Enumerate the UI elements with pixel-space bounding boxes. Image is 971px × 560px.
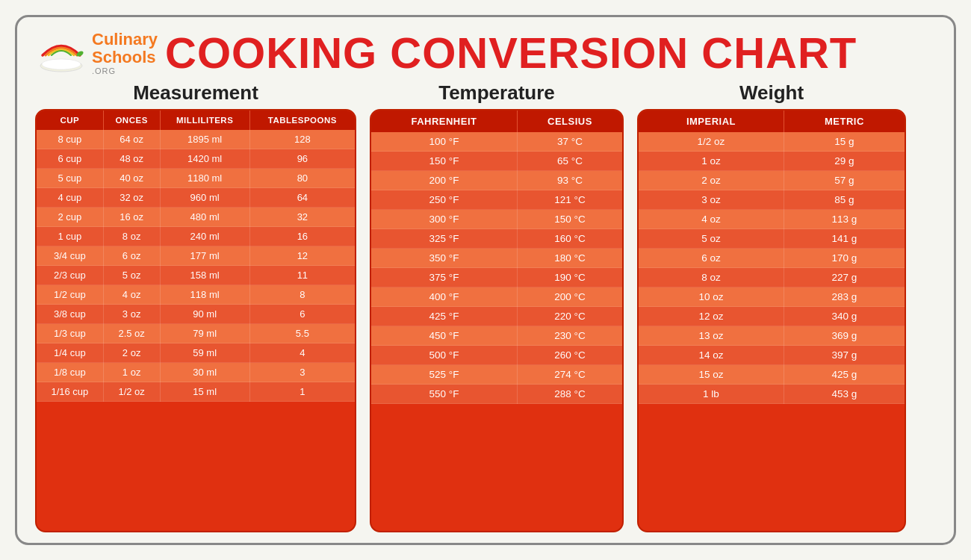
weight-row: 1 oz29 g — [639, 152, 905, 171]
weight-row: 6 oz170 g — [639, 249, 905, 268]
weight-row: 13 oz369 g — [639, 326, 905, 346]
table-cell: 283 g — [784, 287, 905, 307]
measurement-col-onces: ONCES — [103, 111, 160, 130]
table-cell: 340 g — [784, 307, 905, 326]
table-cell: 1180 ml — [160, 169, 249, 188]
table-cell: 369 g — [784, 326, 905, 346]
logo-schools: Schools — [92, 49, 158, 66]
temperature-header-row: FAHRENHEIT CELSIUS — [371, 111, 622, 132]
table-cell: 15 ml — [160, 382, 249, 402]
measurement-row: 5 cup40 oz1180 ml80 — [37, 169, 355, 188]
table-cell: 288 °C — [517, 385, 622, 404]
temperature-row: 525 °F274 °C — [371, 365, 622, 385]
table-cell: 450 °F — [371, 326, 517, 346]
table-cell: 2 oz — [103, 343, 160, 363]
temperature-tbody: 100 °F37 °C150 °F65 °C200 °F93 °C250 °F1… — [371, 132, 622, 404]
table-cell: 500 °F — [371, 346, 517, 365]
table-cell: 118 ml — [160, 285, 249, 305]
table-cell: 37 °C — [517, 132, 622, 152]
weight-table-container: IMPERIAL METRIC 1/2 oz15 g1 oz29 g2 oz57… — [637, 109, 906, 532]
table-cell: 8 oz — [103, 227, 160, 246]
table-cell: 6 oz — [639, 249, 784, 268]
table-cell: 1895 ml — [160, 130, 249, 149]
table-cell: 190 °C — [517, 268, 622, 287]
weight-row: 1/2 oz15 g — [639, 132, 905, 152]
table-cell: 2.5 oz — [103, 324, 160, 343]
table-cell: 5 oz — [639, 229, 784, 249]
table-cell: 14 oz — [639, 346, 784, 365]
table-cell: 1/2 oz — [103, 382, 160, 402]
logo-org: .ORG — [92, 66, 158, 75]
table-cell: 3 — [249, 363, 355, 382]
table-cell: 79 ml — [160, 324, 249, 343]
weight-title: Weight — [637, 81, 906, 105]
table-cell: 6 cup — [37, 149, 103, 169]
logo-text: Culinary Schools .ORG — [92, 31, 158, 75]
table-cell: 40 oz — [103, 169, 160, 188]
table-cell: 15 g — [784, 132, 905, 152]
weight-col-metric: METRIC — [784, 111, 905, 132]
temperature-row: 425 °F220 °C — [371, 307, 622, 326]
table-cell: 1 oz — [103, 363, 160, 382]
table-cell: 59 ml — [160, 343, 249, 363]
table-cell: 128 — [249, 130, 355, 149]
table-cell: 48 oz — [103, 149, 160, 169]
table-cell: 550 °F — [371, 385, 517, 404]
temperature-title: Temperature — [370, 81, 624, 105]
table-cell: 200 °C — [517, 287, 622, 307]
weight-col-imperial: IMPERIAL — [639, 111, 784, 132]
table-cell: 250 °F — [371, 190, 517, 210]
table-cell: 960 ml — [160, 188, 249, 208]
temperature-row: 450 °F230 °C — [371, 326, 622, 346]
measurement-row: 1/16 cup1/2 oz15 ml1 — [37, 382, 355, 402]
table-cell: 10 oz — [639, 287, 784, 307]
table-cell: 65 °C — [517, 152, 622, 171]
table-cell: 13 oz — [639, 326, 784, 346]
measurement-row: 4 cup32 oz960 ml64 — [37, 188, 355, 208]
table-cell: 90 ml — [160, 305, 249, 324]
table-cell: 4 oz — [103, 285, 160, 305]
table-cell: 80 — [249, 169, 355, 188]
temperature-col-f: FAHRENHEIT — [371, 111, 517, 132]
table-cell: 64 — [249, 188, 355, 208]
table-cell: 220 °C — [517, 307, 622, 326]
table-cell: 8 — [249, 285, 355, 305]
measurement-row: 1/8 cup1 oz30 ml3 — [37, 363, 355, 382]
table-cell: 100 °F — [371, 132, 517, 152]
measurement-row: 3/4 cup6 oz177 ml12 — [37, 246, 355, 266]
table-cell: 160 °C — [517, 229, 622, 249]
table-cell: 300 °F — [371, 210, 517, 229]
temperature-row: 100 °F37 °C — [371, 132, 622, 152]
table-cell: 1/4 cup — [37, 343, 103, 363]
table-cell: 274 °C — [517, 365, 622, 385]
temperature-row: 325 °F160 °C — [371, 229, 622, 249]
table-cell: 6 — [249, 305, 355, 324]
table-cell: 350 °F — [371, 249, 517, 268]
table-cell: 85 g — [784, 190, 905, 210]
table-cell: 1/16 cup — [37, 382, 103, 402]
table-cell: 177 ml — [160, 246, 249, 266]
measurement-row: 1/2 cup4 oz118 ml8 — [37, 285, 355, 305]
table-cell: 260 °C — [517, 346, 622, 365]
svg-point-1 — [42, 59, 81, 69]
temperature-row: 400 °F200 °C — [371, 287, 622, 307]
table-cell: 1 — [249, 382, 355, 402]
weight-row: 8 oz227 g — [639, 268, 905, 287]
table-cell: 1 lb — [639, 385, 784, 404]
measurement-col-cup: CUP — [37, 111, 103, 130]
logo-culinary: Culinary — [92, 31, 158, 49]
table-cell: 325 °F — [371, 229, 517, 249]
measurement-row: 3/8 cup3 oz90 ml6 — [37, 305, 355, 324]
weight-row: 5 oz141 g — [639, 229, 905, 249]
table-cell: 141 g — [784, 229, 905, 249]
table-cell: 180 °C — [517, 249, 622, 268]
table-cell: 12 — [249, 246, 355, 266]
table-cell: 3/4 cup — [37, 246, 103, 266]
weight-row: 1 lb453 g — [639, 385, 905, 404]
measurement-row: 1/3 cup2.5 oz79 ml5.5 — [37, 324, 355, 343]
table-cell: 8 oz — [639, 268, 784, 287]
table-cell: 4 oz — [639, 210, 784, 229]
weight-row: 14 oz397 g — [639, 346, 905, 365]
measurement-row: 1 cup8 oz240 ml16 — [37, 227, 355, 246]
weight-tbody: 1/2 oz15 g1 oz29 g2 oz57 g3 oz85 g4 oz11… — [639, 132, 905, 404]
